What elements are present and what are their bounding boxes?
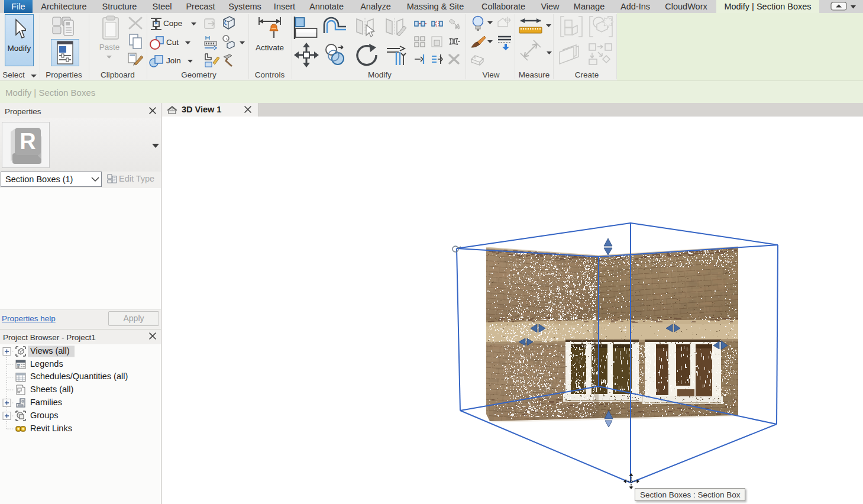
svg-text:R: R — [20, 129, 35, 154]
